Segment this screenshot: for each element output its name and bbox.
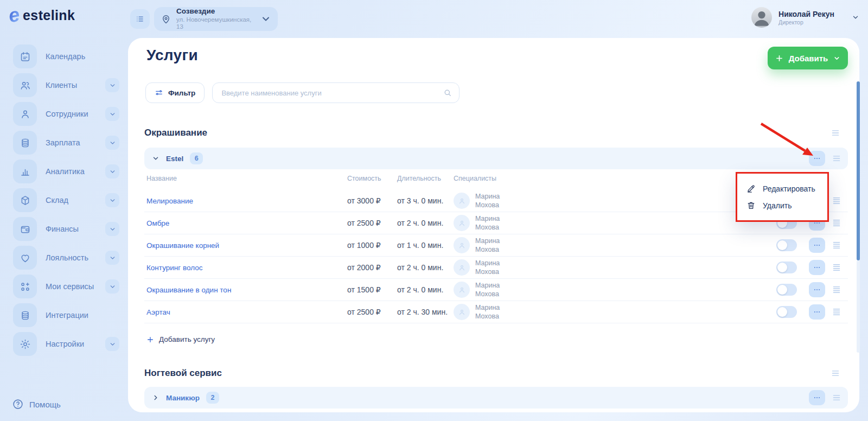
drag-handle-icon[interactable] <box>832 264 841 271</box>
chevron-down-icon[interactable] <box>848 10 863 24</box>
specialist-name: Марина Мохова <box>475 237 510 254</box>
sidebar-item-label: Интеграции <box>46 311 88 320</box>
location-selector[interactable]: Созвездие ул. Новочеремушкинская, 13 <box>154 7 278 31</box>
row-more-button[interactable] <box>809 304 825 320</box>
drag-handle-icon[interactable] <box>832 394 841 401</box>
more-dots-icon <box>813 264 821 271</box>
chevron-down-icon[interactable] <box>105 279 119 294</box>
service-name-link[interactable]: Контуринг волос <box>146 264 337 272</box>
person-photo-icon <box>751 7 772 28</box>
context-menu-item-delete[interactable]: Удалить <box>737 197 827 214</box>
person-icon <box>458 286 466 294</box>
person-icon <box>458 241 466 250</box>
sidebar-item-integrations[interactable]: Интеграции <box>13 303 119 327</box>
drag-handle-icon[interactable] <box>832 241 841 249</box>
chevron-down-icon[interactable] <box>105 107 119 121</box>
sidebar-item-salary[interactable]: Зарплата <box>13 131 119 155</box>
service-name-link[interactable]: Омбре <box>146 219 337 227</box>
row-more-button[interactable] <box>809 238 825 253</box>
service-name-link[interactable]: Аэртач <box>146 308 337 316</box>
sidebar-item-my-services[interactable]: Мои сервисы <box>13 275 119 298</box>
chevron-down-icon[interactable] <box>105 337 119 351</box>
chevron-down-icon[interactable] <box>105 136 119 150</box>
service-active-toggle[interactable] <box>776 239 797 251</box>
chevron-down-icon[interactable] <box>105 251 119 265</box>
row-more-button[interactable] <box>809 282 825 297</box>
group-name: Маникюр <box>166 394 200 402</box>
drag-handle-icon[interactable] <box>832 286 841 294</box>
service-price: от 2000 ₽ <box>337 263 397 272</box>
user-menu[interactable]: Николай Рекун Директор <box>751 7 863 28</box>
person-icon <box>458 308 466 316</box>
specialist-name: Марина Мохова <box>475 303 510 321</box>
sidebar-item-clients[interactable]: Клиенты <box>13 73 119 97</box>
user-name: Николай Рекун <box>778 9 834 19</box>
sidebar-item-loyalty[interactable]: Лояльность <box>13 246 119 270</box>
drag-handle-icon[interactable] <box>832 308 841 316</box>
specialist-cell: Марина Мохова <box>454 303 510 321</box>
drag-handle-icon[interactable] <box>832 219 841 227</box>
service-group-manicure[interactable]: Маникюр 2 <box>144 387 848 409</box>
context-menu-item-edit[interactable]: Редактировать <box>737 180 827 197</box>
drag-handle-icon[interactable] <box>832 155 841 162</box>
search-input[interactable] <box>212 82 459 103</box>
chevron-down-icon[interactable] <box>105 78 119 92</box>
toggle-knob <box>777 240 787 250</box>
sidebar-item-finance[interactable]: Финансы <box>13 217 119 241</box>
sidebar-item-label: Лояльность <box>46 253 88 262</box>
chevron-down-icon[interactable] <box>105 193 119 207</box>
sidebar-item-label: Аналитика <box>46 167 85 176</box>
drag-handle-icon[interactable] <box>831 369 840 377</box>
sidebar-item-analytics[interactable]: Аналитика <box>13 160 119 183</box>
sidebar-item-label: Клиенты <box>46 81 77 90</box>
row-context-menu: РедактироватьУдалить <box>736 172 829 222</box>
sidebar-item-employees[interactable]: Сотрудники <box>13 102 119 126</box>
chevron-down-icon[interactable] <box>105 222 119 236</box>
service-active-toggle[interactable] <box>776 261 797 273</box>
service-name-link[interactable]: Мелирование <box>146 197 337 205</box>
scrollbar-thumb[interactable] <box>857 81 860 260</box>
drag-handle-icon[interactable] <box>832 197 841 205</box>
group-more-button[interactable] <box>809 390 825 405</box>
group-count-badge: 2 <box>206 392 219 404</box>
specialist-avatar <box>454 193 470 209</box>
specialist-cell: Марина Мохова <box>454 259 510 277</box>
sidebar-nav: КалендарьКлиентыСотрудникиЗарплатаАналит… <box>13 44 128 356</box>
more-dots-icon <box>813 155 821 162</box>
sidebar-item-label: Мои сервисы <box>46 282 94 291</box>
more-dots-icon <box>813 394 821 401</box>
app-root: { "brand": { "logo_text": "estelink", "l… <box>0 0 868 421</box>
service-name-link[interactable]: Окрашивание в один тон <box>146 286 337 294</box>
plus-icon <box>146 336 154 343</box>
chevron-down-icon[interactable] <box>105 164 119 178</box>
service-active-toggle[interactable] <box>776 284 797 296</box>
sidebar-item-help[interactable]: Помощь <box>12 398 61 410</box>
sidebar-item-settings[interactable]: Настройки <box>13 332 119 356</box>
add-button[interactable]: Добавить <box>768 47 848 69</box>
sidebar-item-warehouse[interactable]: Склад <box>13 188 119 212</box>
sidebar-item-calendar[interactable]: Календарь <box>13 44 119 68</box>
sidebar-item-label: Настройки <box>46 340 84 348</box>
add-service-link[interactable]: Добавить услугу <box>146 335 215 343</box>
chevron-down-icon <box>152 155 159 162</box>
row-more-button[interactable] <box>809 260 825 275</box>
sidebar-toggle-button[interactable] <box>130 9 150 29</box>
trash-icon <box>746 201 756 210</box>
location-name: Созвездие <box>176 7 256 16</box>
group-more-button[interactable] <box>809 151 825 166</box>
service-name-link[interactable]: Окрашивание корней <box>146 241 337 250</box>
specialist-name: Марина Мохова <box>475 214 510 232</box>
table-row: Окрашивание в один тонот 1500 ₽от 2 ч. 0… <box>144 279 848 301</box>
filter-button[interactable]: Фильтр <box>145 82 205 103</box>
person-icon <box>458 219 466 227</box>
column-name: Название <box>146 175 337 182</box>
plus-icon <box>775 54 783 62</box>
service-group-estel[interactable]: Estel 6 <box>144 148 848 169</box>
column-duration: Длительность <box>397 175 454 182</box>
apps-plus-icon <box>13 275 37 298</box>
drag-handle-icon[interactable] <box>831 129 840 137</box>
service-active-toggle[interactable] <box>776 306 797 318</box>
specialist-name: Марина Мохова <box>475 281 510 299</box>
filter-button-label: Фильтр <box>168 89 195 97</box>
table-row: Аэртачот 2500 ₽от 2 ч. 30 мин.Марина Мох… <box>144 301 848 323</box>
